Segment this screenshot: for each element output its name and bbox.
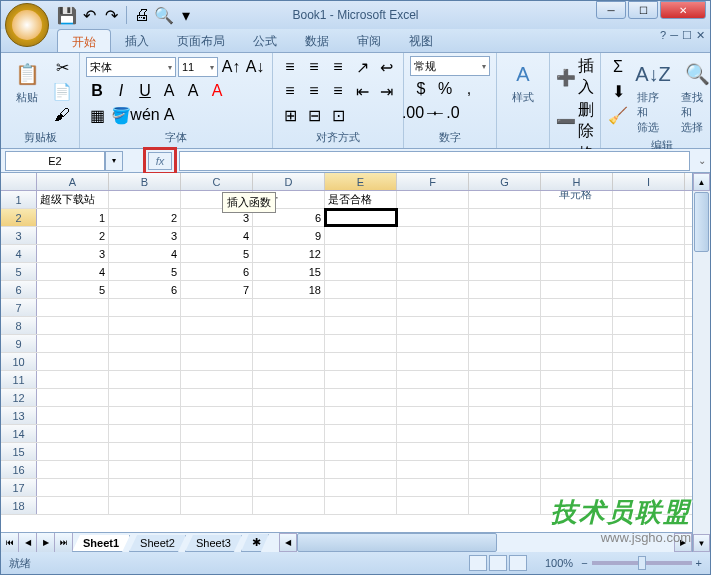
cell-A16[interactable] [37, 461, 109, 478]
cell-A17[interactable] [37, 479, 109, 496]
cell-D13[interactable] [253, 407, 325, 424]
cell-G7[interactable] [469, 299, 541, 316]
align-top-icon[interactable]: ≡ [279, 56, 301, 78]
cell-G1[interactable] [469, 191, 541, 208]
sheet-tab-Sheet1[interactable]: Sheet1 [72, 535, 130, 552]
cell-H12[interactable] [541, 389, 613, 406]
align-left-icon[interactable]: ≡ [279, 80, 301, 102]
cell-B4[interactable]: 4 [109, 245, 181, 262]
cell-B6[interactable]: 6 [109, 281, 181, 298]
minimize-button[interactable]: ─ [596, 1, 626, 19]
cell-C14[interactable] [181, 425, 253, 442]
indent-inc-icon[interactable]: ⇥ [375, 80, 397, 102]
delete-button[interactable]: ➖删除 [556, 100, 594, 142]
cell-I11[interactable] [613, 371, 685, 388]
view-layout-button[interactable] [489, 555, 507, 571]
merge-icon[interactable]: ⊞ [279, 104, 301, 126]
cell-C3[interactable]: 4 [181, 227, 253, 244]
sheet-nav-prev-icon[interactable]: ◀ [19, 533, 37, 552]
cell-B13[interactable] [109, 407, 181, 424]
zoom-slider[interactable] [592, 561, 692, 565]
cell-B10[interactable] [109, 353, 181, 370]
hscroll-thumb[interactable] [297, 533, 497, 552]
cell-H15[interactable] [541, 443, 613, 460]
formula-bar-expand-icon[interactable]: ⌄ [698, 155, 706, 166]
row-header-2[interactable]: 2 [1, 209, 37, 226]
qat-more-icon[interactable]: ▾ [176, 5, 196, 25]
maximize-button[interactable]: ☐ [628, 1, 658, 19]
cell-E17[interactable] [325, 479, 397, 496]
cell-H6[interactable] [541, 281, 613, 298]
view-normal-button[interactable] [469, 555, 487, 571]
tab-数据[interactable]: 数据 [291, 29, 343, 52]
select-all-corner[interactable] [1, 173, 37, 190]
office-button[interactable] [5, 3, 49, 47]
insert-function-button[interactable]: fx [148, 152, 172, 170]
cell-H8[interactable] [541, 317, 613, 334]
cell-I7[interactable] [613, 299, 685, 316]
cell-A8[interactable] [37, 317, 109, 334]
row-header-15[interactable]: 15 [1, 443, 37, 460]
grow-font-icon[interactable]: A↑ [220, 56, 242, 78]
cell-H18[interactable] [541, 497, 613, 514]
orientation-icon[interactable]: ↗ [351, 56, 373, 78]
cell-B8[interactable] [109, 317, 181, 334]
bold-button[interactable]: B [86, 80, 108, 102]
tab-插入[interactable]: 插入 [111, 29, 163, 52]
cell-I6[interactable] [613, 281, 685, 298]
cell-H10[interactable] [541, 353, 613, 370]
hscroll-right-icon[interactable]: ▶ [674, 533, 692, 552]
preview-icon[interactable]: 🔍 [154, 5, 174, 25]
paste-button[interactable]: 📋 粘贴 [7, 56, 47, 107]
cell-F8[interactable] [397, 317, 469, 334]
shrink-font-icon[interactable]: A↓ [244, 56, 266, 78]
name-box-dropdown[interactable]: ▾ [105, 151, 123, 171]
cell-E5[interactable] [325, 263, 397, 280]
cell-G13[interactable] [469, 407, 541, 424]
font-name-combo[interactable]: 宋体▾ [86, 57, 176, 77]
ribbon-restore-icon[interactable]: ☐ [682, 29, 692, 42]
cut-icon[interactable]: ✂ [51, 56, 73, 78]
cell-B14[interactable] [109, 425, 181, 442]
underline-button[interactable]: U [134, 80, 156, 102]
border-icon[interactable]: ▦ [86, 104, 108, 126]
percent-icon[interactable]: % [434, 78, 456, 100]
row-header-8[interactable]: 8 [1, 317, 37, 334]
cell-F13[interactable] [397, 407, 469, 424]
cell-F17[interactable] [397, 479, 469, 496]
column-header-I[interactable]: I [613, 173, 685, 190]
cell-I9[interactable] [613, 335, 685, 352]
cell-H9[interactable] [541, 335, 613, 352]
cell-F18[interactable] [397, 497, 469, 514]
row-header-14[interactable]: 14 [1, 425, 37, 442]
cell-G5[interactable] [469, 263, 541, 280]
cell-H5[interactable] [541, 263, 613, 280]
cell-A15[interactable] [37, 443, 109, 460]
ribbon-minimize-icon[interactable]: ─ [670, 29, 678, 42]
column-header-H[interactable]: H [541, 173, 613, 190]
cell-F3[interactable] [397, 227, 469, 244]
cell-D9[interactable] [253, 335, 325, 352]
cell-F6[interactable] [397, 281, 469, 298]
sheet-tab-Sheet3[interactable]: Sheet3 [185, 535, 242, 552]
undo-icon[interactable]: ↶ [79, 5, 99, 25]
cell-G12[interactable] [469, 389, 541, 406]
sheet-nav-next-icon[interactable]: ▶ [37, 533, 55, 552]
zoom-level[interactable]: 100% [545, 557, 573, 569]
cell-A11[interactable] [37, 371, 109, 388]
cell-F12[interactable] [397, 389, 469, 406]
cell-C15[interactable] [181, 443, 253, 460]
autosum-icon[interactable]: Σ [607, 56, 629, 78]
cell-C5[interactable]: 6 [181, 263, 253, 280]
wrap-text-icon[interactable]: ↩ [375, 56, 397, 78]
cell-B7[interactable] [109, 299, 181, 316]
cell-G15[interactable] [469, 443, 541, 460]
font-color-icon[interactable]: A [206, 80, 228, 102]
row-header-3[interactable]: 3 [1, 227, 37, 244]
name-box[interactable]: E2 [5, 151, 105, 171]
row-header-17[interactable]: 17 [1, 479, 37, 496]
cell-B5[interactable]: 5 [109, 263, 181, 280]
cell-I12[interactable] [613, 389, 685, 406]
font-grow-icon[interactable]: A [158, 80, 180, 102]
cell-A6[interactable]: 5 [37, 281, 109, 298]
